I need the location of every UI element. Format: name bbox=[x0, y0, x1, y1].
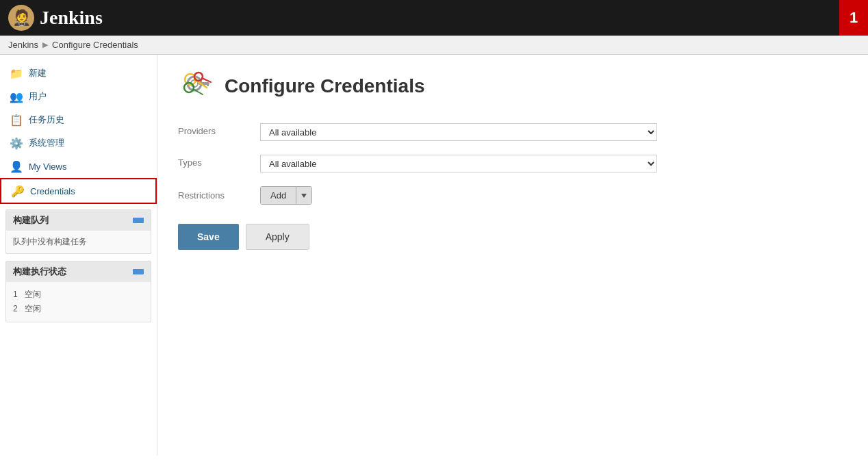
svg-line-10 bbox=[202, 78, 211, 82]
executor-1-status: 空闲 bbox=[25, 290, 41, 299]
build-queue-empty: 队列中没有构建任务 bbox=[13, 237, 87, 246]
page-title: Configure Credentials bbox=[225, 75, 424, 97]
breadcrumb-current: Configure Credentials bbox=[52, 40, 138, 50]
executor-2-number: 2 bbox=[13, 304, 18, 313]
restrictions-label: Restrictions bbox=[178, 190, 246, 201]
providers-row: Providers All available bbox=[178, 123, 847, 141]
form-section: Providers All available Types All availa… bbox=[178, 123, 847, 250]
users-icon: 👥 bbox=[10, 90, 23, 103]
providers-label: Providers bbox=[178, 123, 246, 136]
build-queue-title: 构建队列 bbox=[13, 214, 49, 227]
sidebar-item-myviews[interactable]: 👤 My Views bbox=[0, 155, 157, 178]
new-icon: 📁 bbox=[10, 66, 23, 80]
jenkins-mascot: 🤵 bbox=[8, 5, 34, 31]
restrictions-row: Restrictions Add bbox=[178, 186, 847, 205]
types-select[interactable]: All available bbox=[260, 155, 657, 172]
build-executor-minimize[interactable] bbox=[133, 269, 144, 274]
chevron-down-icon bbox=[301, 194, 307, 198]
build-queue-minimize[interactable] bbox=[133, 218, 144, 223]
types-row: Types All available bbox=[178, 155, 847, 172]
myviews-icon: 👤 bbox=[10, 159, 23, 173]
add-dropdown-button[interactable] bbox=[296, 187, 311, 204]
providers-select[interactable]: All available bbox=[260, 123, 657, 141]
apply-button[interactable]: Apply bbox=[246, 224, 309, 250]
header-logo: 🤵 Jenkins bbox=[8, 5, 103, 31]
add-button[interactable]: Add bbox=[261, 187, 296, 204]
history-icon: 📋 bbox=[10, 113, 23, 127]
svg-rect-3 bbox=[207, 82, 209, 86]
build-executor-panel: 构建执行状态 1 空闲 2 空闲 bbox=[5, 261, 151, 322]
sidebar: 📁 新建 👥 用户 📋 任务历史 ⚙️ 系统管理 👤 My Views 🔑 Cr… bbox=[0, 55, 157, 455]
add-button-group: Add bbox=[260, 186, 312, 205]
action-buttons: Save Apply bbox=[178, 224, 847, 250]
jenkins-title: Jenkins bbox=[40, 7, 103, 29]
configure-credentials-icon bbox=[178, 68, 214, 104]
sidebar-item-myviews-label: My Views bbox=[29, 162, 66, 172]
sidebar-item-admin[interactable]: ⚙️ 系统管理 bbox=[0, 131, 157, 155]
build-executor-body: 1 空闲 2 空闲 bbox=[6, 282, 151, 322]
sidebar-item-new[interactable]: 📁 新建 bbox=[0, 62, 157, 85]
executor-1-number: 1 bbox=[13, 290, 18, 299]
breadcrumb-separator: ▶ bbox=[42, 40, 48, 49]
notification-badge[interactable]: 1 bbox=[839, 0, 868, 36]
sidebar-item-credentials[interactable]: 🔑 Credentials bbox=[0, 178, 157, 204]
executor-2: 2 空闲 bbox=[13, 302, 144, 316]
header: 🤵 Jenkins bbox=[0, 0, 868, 36]
main-content: Configure Credentials Providers All avai… bbox=[157, 55, 868, 455]
types-label: Types bbox=[178, 155, 246, 168]
sidebar-item-credentials-label: Credentials bbox=[30, 186, 75, 196]
build-executor-title: 构建执行状态 bbox=[13, 266, 66, 278]
sidebar-item-users[interactable]: 👥 用户 bbox=[0, 85, 157, 108]
sidebar-item-history-label: 任务历史 bbox=[29, 114, 64, 126]
build-executor-header: 构建执行状态 bbox=[6, 261, 151, 282]
build-queue-header: 构建队列 bbox=[6, 210, 151, 231]
admin-icon: ⚙️ bbox=[10, 136, 23, 150]
credentials-icon: 🔑 bbox=[11, 184, 25, 198]
build-queue-panel: 构建队列 队列中没有构建任务 bbox=[5, 209, 151, 254]
page-header: Configure Credentials bbox=[178, 68, 847, 104]
sidebar-item-history[interactable]: 📋 任务历史 bbox=[0, 108, 157, 131]
breadcrumb: Jenkins ▶ Configure Credentials bbox=[0, 36, 868, 55]
save-button[interactable]: Save bbox=[178, 224, 239, 250]
main-layout: 📁 新建 👥 用户 📋 任务历史 ⚙️ 系统管理 👤 My Views 🔑 Cr… bbox=[0, 55, 868, 455]
build-queue-body: 队列中没有构建任务 bbox=[6, 231, 151, 253]
breadcrumb-home[interactable]: Jenkins bbox=[8, 40, 38, 50]
executor-1: 1 空闲 bbox=[13, 287, 144, 302]
sidebar-item-users-label: 用户 bbox=[29, 90, 47, 103]
sidebar-item-new-label: 新建 bbox=[29, 67, 47, 79]
sidebar-item-admin-label: 系统管理 bbox=[29, 137, 64, 149]
executor-2-status: 空闲 bbox=[25, 304, 41, 313]
